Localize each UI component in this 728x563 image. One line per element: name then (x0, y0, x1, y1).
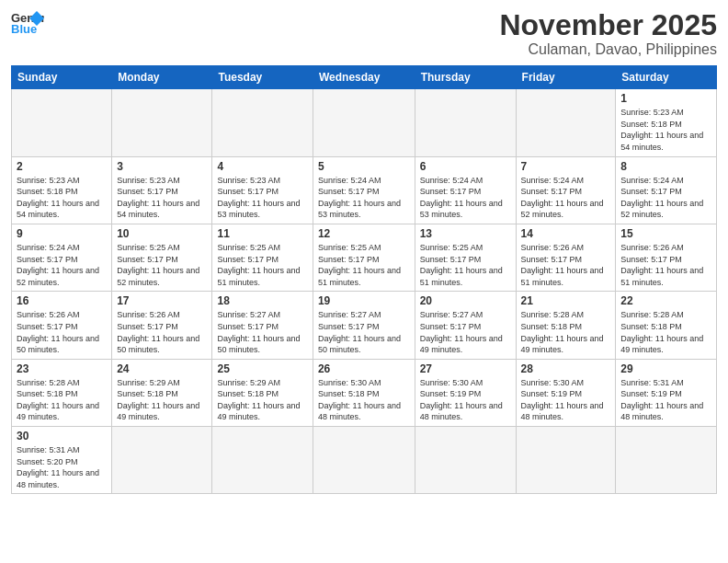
calendar-cell: 28 Sunrise: 5:30 AMSunset: 5:19 PMDaylig… (516, 359, 616, 426)
calendar-cell: 1 Sunrise: 5:23 AMSunset: 5:18 PMDayligh… (616, 89, 717, 156)
day-number: 13 (420, 227, 511, 240)
day-info: Sunrise: 5:26 AMSunset: 5:17 PMDaylight:… (17, 309, 107, 355)
header-tuesday: Tuesday (212, 66, 313, 89)
calendar-cell (112, 427, 212, 494)
calendar-cell: 3 Sunrise: 5:23 AMSunset: 5:17 PMDayligh… (112, 156, 212, 224)
day-info: Sunrise: 5:25 AMSunset: 5:17 PMDaylight:… (420, 242, 511, 288)
day-number: 28 (521, 362, 611, 375)
day-info: Sunrise: 5:28 AMSunset: 5:18 PMDaylight:… (17, 377, 107, 423)
day-info: Sunrise: 5:24 AMSunset: 5:17 PMDaylight:… (620, 175, 711, 221)
calendar-cell: 24 Sunrise: 5:29 AMSunset: 5:18 PMDaylig… (112, 359, 212, 426)
calendar-cell: 7 Sunrise: 5:24 AMSunset: 5:17 PMDayligh… (516, 156, 616, 224)
day-info: Sunrise: 5:28 AMSunset: 5:18 PMDaylight:… (521, 309, 611, 355)
day-number: 8 (620, 160, 711, 173)
calendar-row: 23 Sunrise: 5:28 AMSunset: 5:18 PMDaylig… (12, 359, 717, 426)
header-saturday: Saturday (616, 66, 717, 89)
calendar-cell: 22 Sunrise: 5:28 AMSunset: 5:18 PMDaylig… (616, 292, 717, 359)
calendar-cell: 27 Sunrise: 5:30 AMSunset: 5:19 PMDaylig… (415, 359, 516, 426)
calendar-cell (313, 427, 415, 494)
day-info: Sunrise: 5:30 AMSunset: 5:19 PMDaylight:… (521, 377, 611, 423)
day-number: 9 (17, 227, 107, 240)
day-number: 12 (318, 227, 410, 240)
calendar-cell: 19 Sunrise: 5:27 AMSunset: 5:17 PMDaylig… (313, 292, 415, 359)
day-number: 22 (620, 294, 711, 307)
calendar-cell (516, 427, 616, 494)
day-number: 7 (521, 160, 611, 173)
logo: General Blue (11, 9, 44, 35)
calendar-cell (516, 89, 616, 156)
calendar-cell: 21 Sunrise: 5:28 AMSunset: 5:18 PMDaylig… (516, 292, 616, 359)
day-number: 3 (117, 160, 207, 173)
calendar-cell (12, 89, 112, 156)
day-info: Sunrise: 5:23 AMSunset: 5:18 PMDaylight:… (620, 107, 711, 153)
day-number: 26 (318, 362, 410, 375)
calendar-cell (616, 427, 717, 494)
calendar-cell: 26 Sunrise: 5:30 AMSunset: 5:18 PMDaylig… (313, 359, 415, 426)
calendar-cell (212, 89, 313, 156)
day-info: Sunrise: 5:26 AMSunset: 5:17 PMDaylight:… (620, 242, 711, 288)
calendar-cell: 15 Sunrise: 5:26 AMSunset: 5:17 PMDaylig… (616, 224, 717, 291)
day-number: 10 (117, 227, 207, 240)
day-number: 4 (217, 160, 307, 173)
day-number: 19 (318, 294, 410, 307)
calendar-cell: 18 Sunrise: 5:27 AMSunset: 5:17 PMDaylig… (212, 292, 313, 359)
header-wednesday: Wednesday (313, 66, 415, 89)
day-info: Sunrise: 5:25 AMSunset: 5:17 PMDaylight:… (117, 242, 207, 288)
calendar-cell (112, 89, 212, 156)
day-info: Sunrise: 5:27 AMSunset: 5:17 PMDaylight:… (318, 309, 410, 355)
day-info: Sunrise: 5:29 AMSunset: 5:18 PMDaylight:… (217, 377, 307, 423)
day-number: 15 (620, 227, 711, 240)
calendar-row: 2 Sunrise: 5:23 AMSunset: 5:18 PMDayligh… (12, 156, 717, 224)
calendar-cell: 16 Sunrise: 5:26 AMSunset: 5:17 PMDaylig… (12, 292, 112, 359)
header-friday: Friday (516, 66, 616, 89)
header-thursday: Thursday (415, 66, 516, 89)
day-number: 5 (318, 160, 410, 173)
calendar-cell: 14 Sunrise: 5:26 AMSunset: 5:17 PMDaylig… (516, 224, 616, 291)
day-number: 1 (620, 92, 711, 105)
header-sunday: Sunday (12, 66, 112, 89)
day-info: Sunrise: 5:28 AMSunset: 5:18 PMDaylight:… (620, 309, 711, 355)
day-number: 11 (217, 227, 307, 240)
day-number: 27 (420, 362, 511, 375)
day-info: Sunrise: 5:27 AMSunset: 5:17 PMDaylight:… (420, 309, 511, 355)
calendar-cell: 10 Sunrise: 5:25 AMSunset: 5:17 PMDaylig… (112, 224, 212, 291)
location-title: Culaman, Davao, Philippines (499, 41, 717, 58)
header-monday: Monday (112, 66, 212, 89)
month-title: November 2025 (499, 9, 717, 41)
day-number: 21 (521, 294, 611, 307)
calendar-cell: 29 Sunrise: 5:31 AMSunset: 5:19 PMDaylig… (616, 359, 717, 426)
day-number: 6 (420, 160, 511, 173)
day-info: Sunrise: 5:23 AMSunset: 5:18 PMDaylight:… (17, 175, 107, 221)
day-number: 2 (17, 160, 107, 173)
svg-text:Blue: Blue (11, 22, 37, 35)
day-info: Sunrise: 5:26 AMSunset: 5:17 PMDaylight:… (521, 242, 611, 288)
weekday-header-row: Sunday Monday Tuesday Wednesday Thursday… (12, 66, 717, 89)
calendar-cell (212, 427, 313, 494)
day-info: Sunrise: 5:31 AMSunset: 5:19 PMDaylight:… (620, 377, 711, 423)
day-info: Sunrise: 5:23 AMSunset: 5:17 PMDaylight:… (117, 175, 207, 221)
calendar-cell: 2 Sunrise: 5:23 AMSunset: 5:18 PMDayligh… (12, 156, 112, 224)
day-number: 25 (217, 362, 307, 375)
day-number: 17 (117, 294, 207, 307)
day-info: Sunrise: 5:29 AMSunset: 5:18 PMDaylight:… (117, 377, 207, 423)
day-info: Sunrise: 5:27 AMSunset: 5:17 PMDaylight:… (217, 309, 307, 355)
day-info: Sunrise: 5:24 AMSunset: 5:17 PMDaylight:… (420, 175, 511, 221)
day-number: 23 (17, 362, 107, 375)
day-info: Sunrise: 5:23 AMSunset: 5:17 PMDaylight:… (217, 175, 307, 221)
calendar-row: 9 Sunrise: 5:24 AMSunset: 5:17 PMDayligh… (12, 224, 717, 291)
day-info: Sunrise: 5:24 AMSunset: 5:17 PMDaylight:… (318, 175, 410, 221)
logo-icon: General Blue (11, 9, 44, 35)
day-info: Sunrise: 5:31 AMSunset: 5:20 PMDaylight:… (17, 444, 107, 490)
calendar-row: 16 Sunrise: 5:26 AMSunset: 5:17 PMDaylig… (12, 292, 717, 359)
title-block: November 2025 Culaman, Davao, Philippine… (499, 9, 717, 58)
day-number: 18 (217, 294, 307, 307)
calendar-cell (415, 427, 516, 494)
day-number: 24 (117, 362, 207, 375)
day-number: 16 (17, 294, 107, 307)
day-info: Sunrise: 5:25 AMSunset: 5:17 PMDaylight:… (318, 242, 410, 288)
calendar-cell: 5 Sunrise: 5:24 AMSunset: 5:17 PMDayligh… (313, 156, 415, 224)
day-info: Sunrise: 5:26 AMSunset: 5:17 PMDaylight:… (117, 309, 207, 355)
calendar: Sunday Monday Tuesday Wednesday Thursday… (11, 65, 717, 494)
day-info: Sunrise: 5:25 AMSunset: 5:17 PMDaylight:… (217, 242, 307, 288)
day-info: Sunrise: 5:24 AMSunset: 5:17 PMDaylight:… (521, 175, 611, 221)
